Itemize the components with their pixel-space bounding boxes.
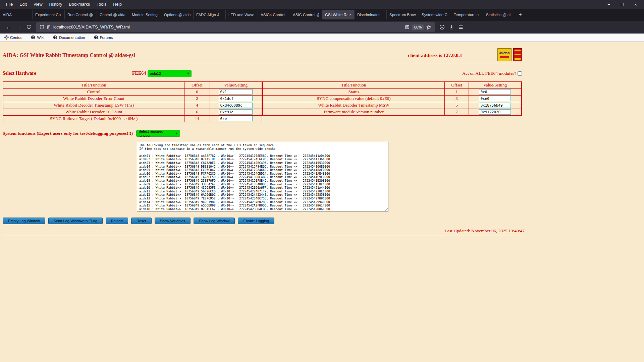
fair-daq-logo[interactable]: [513, 48, 522, 61]
globe-icon: [31, 35, 35, 40]
reload-button[interactable]: [23, 22, 34, 32]
tab-asic4-control[interactable]: ASIC4 Control: [258, 10, 290, 19]
tab-control[interactable]: Control @ aida: [97, 10, 129, 19]
navigation-toolbar: ← → localhost:8015/AIDA/TS_WR/TS_WR.tml …: [0, 21, 644, 34]
log-window[interactable]: The following are timestamp values from …: [137, 142, 388, 212]
register-value-input[interactable]: [479, 89, 511, 95]
col-header-value: Value/Setting: [469, 82, 522, 88]
register-value-input[interactable]: [219, 109, 253, 115]
system-functions-label: System functions (Expert users only for …: [3, 131, 133, 136]
register-value-input[interactable]: [219, 89, 253, 95]
tab-spectrum-browser[interactable]: Spectrum Brow: [386, 10, 419, 19]
tab-temperature[interactable]: Temperature a: [451, 10, 483, 19]
register-value-input[interactable]: [219, 96, 253, 101]
reload-page-button[interactable]: Reload: [106, 218, 128, 224]
bookmark-star-icon[interactable]: [426, 25, 431, 30]
window-controls: − ×: [606, 2, 644, 7]
enable-logging-button[interactable]: Enable Logging: [238, 218, 274, 224]
row-offset: 14: [184, 115, 210, 122]
row-offset: 4: [184, 102, 210, 109]
menu-bookmarks[interactable]: Bookmarks: [65, 0, 93, 9]
tab-led-waveform[interactable]: LED and Wave: [225, 10, 258, 19]
tab-close-icon[interactable]: ×: [349, 12, 352, 17]
midas-logo[interactable]: Midas: [497, 48, 512, 61]
reset-button[interactable]: Reset: [131, 218, 152, 224]
empty-log-window-button[interactable]: Empty Log Window: [3, 218, 45, 224]
show-variables-button[interactable]: Show Variables: [155, 218, 191, 224]
fee64-selected-value: aida12: [150, 71, 161, 75]
forward-button[interactable]: →: [13, 22, 23, 32]
col-header-offset: Offset: [184, 82, 210, 88]
register-value-input[interactable]: [219, 103, 253, 108]
tab-label: Control @ aida: [100, 13, 126, 17]
row-title: Status: [263, 88, 445, 95]
menu-tools[interactable]: Tools: [93, 0, 110, 9]
system-function-selected-value: Select required function: [139, 129, 175, 137]
tab-gsi-white-rabbit[interactable]: GSI White Ra ×: [322, 10, 354, 19]
toolbar-right-icons: [439, 24, 464, 30]
menu-help[interactable]: Help: [110, 0, 125, 9]
new-tab-button[interactable]: +: [515, 10, 525, 19]
tab-run-control[interactable]: Run Control @: [64, 10, 97, 19]
site-info-icon[interactable]: [47, 25, 51, 29]
close-button[interactable]: ×: [633, 2, 638, 7]
shield-icon[interactable]: [40, 25, 44, 29]
tab-fadc-align[interactable]: FADC Align &: [193, 10, 225, 19]
menu-hamburger-icon[interactable]: [458, 24, 464, 30]
tab-label: Run Control @: [67, 13, 94, 17]
show-log-window-button[interactable]: Show Log Window: [194, 218, 235, 224]
row-offset: 6: [184, 109, 210, 115]
tab-aida[interactable]: AIDA: [0, 10, 32, 19]
table-row: SYNC compensation value (default 0xE0) 3: [263, 95, 522, 102]
act-on-all-label: Act on ALL FEE64 modules?: [462, 71, 516, 76]
tab-asic-control[interactable]: ASIC Control @: [290, 10, 322, 19]
bookmark-centos[interactable]: Centos: [5, 36, 22, 40]
register-value-input[interactable]: [479, 103, 511, 108]
register-table-left: Title/Function Offset Value/Setting Cont…: [3, 81, 262, 122]
back-button[interactable]: ←: [3, 22, 13, 32]
menu-view[interactable]: View: [30, 0, 46, 9]
tab-label: Statistics @ ai: [486, 13, 513, 17]
tab-statistics[interactable]: Statistics @ ai: [483, 10, 515, 19]
register-value-input[interactable]: [479, 109, 511, 115]
row-offset: 0: [184, 88, 210, 95]
tab-label: FADC Align &: [196, 13, 223, 17]
tab-discriminator[interactable]: Discriminator: [354, 10, 386, 19]
downloads-icon[interactable]: [449, 24, 454, 30]
tab-system-wide-checks[interactable]: System wide C: [419, 10, 451, 19]
tab-label: Module Setting: [132, 13, 158, 17]
bookmark-label: Wiki: [37, 36, 44, 40]
bookmark-forums[interactable]: Forums: [94, 35, 113, 40]
tab-label: AIDA: [3, 13, 30, 17]
send-log-to-elog-button[interactable]: Send Log Window to ELog: [48, 218, 103, 224]
tab-label: Spectrum Brow: [389, 13, 416, 17]
tab-options[interactable]: Options @ aida: [161, 10, 193, 19]
url-text[interactable]: localhost:8015/AIDA/TS_WR/TS_WR.tml: [53, 25, 402, 29]
col-header-title: Title/Function: [263, 82, 445, 88]
system-function-select[interactable]: Select required function ▼: [136, 130, 180, 137]
menu-edit[interactable]: Edit: [16, 0, 30, 9]
tab-experiment-control[interactable]: Experiment Co: [32, 10, 64, 19]
select-hardware-label: Select Hardware: [3, 71, 132, 76]
menu-file[interactable]: File: [3, 0, 16, 9]
minimize-button[interactable]: −: [606, 2, 611, 7]
tab-label: Discriminator: [357, 13, 384, 17]
bookmark-documentation[interactable]: Documentation: [53, 35, 85, 40]
fee64-select[interactable]: aida12 ▼: [148, 70, 192, 77]
row-title: Control: [3, 88, 184, 95]
register-value-input[interactable]: [479, 96, 511, 101]
url-bar[interactable]: localhost:8015/AIDA/TS_WR/TS_WR.tml 80%: [36, 22, 435, 32]
tab-label: GSI White Ra: [325, 13, 348, 17]
row-offset: 7: [445, 109, 469, 115]
bookmark-wiki[interactable]: Wiki: [31, 35, 44, 40]
menu-history[interactable]: History: [46, 0, 66, 9]
register-value-input[interactable]: [219, 116, 253, 121]
table-row: White Rabbit Decoder Timestamp MSW 5: [263, 102, 522, 109]
reader-view-icon[interactable]: [405, 25, 410, 29]
zoom-indicator[interactable]: 80%: [412, 24, 424, 30]
act-on-all-checkbox[interactable]: [518, 71, 522, 76]
pocket-icon[interactable]: [439, 24, 445, 30]
tab-module-settings[interactable]: Module Setting: [129, 10, 161, 19]
maximize-button[interactable]: [620, 2, 625, 7]
window-menubar: File Edit View History Bookmarks Tools H…: [0, 0, 644, 9]
